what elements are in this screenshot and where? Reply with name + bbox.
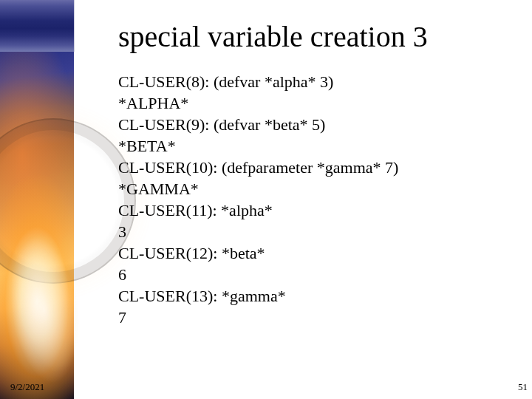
repl-line: CL-USER(12): *beta*: [118, 242, 398, 264]
divider-line: [74, 0, 75, 52]
repl-line: *BETA*: [118, 135, 398, 157]
repl-line: *GAMMA*: [118, 178, 398, 200]
left-decorative-strip: [0, 0, 74, 399]
repl-transcript: CL-USER(8): (defvar *alpha* 3) *ALPHA* C…: [118, 71, 398, 328]
abstract-photo: [0, 52, 74, 399]
repl-line: CL-USER(8): (defvar *alpha* 3): [118, 71, 398, 92]
repl-line: CL-USER(10): (defparameter *gamma* 7): [118, 157, 398, 178]
blue-header-box: [0, 0, 74, 52]
repl-line: CL-USER(9): (defvar *beta* 5): [118, 114, 398, 135]
footer-date: 9/2/2021: [10, 381, 44, 393]
repl-line: *ALPHA*: [118, 92, 398, 114]
slide-title: special variable creation 3: [118, 21, 428, 53]
repl-line: 3: [118, 221, 398, 242]
repl-line: 6: [118, 264, 398, 285]
footer-page-number: 51: [518, 381, 528, 393]
repl-line: 7: [118, 307, 398, 328]
repl-line: CL-USER(11): *alpha*: [118, 200, 398, 221]
repl-line: CL-USER(13): *gamma*: [118, 285, 398, 307]
